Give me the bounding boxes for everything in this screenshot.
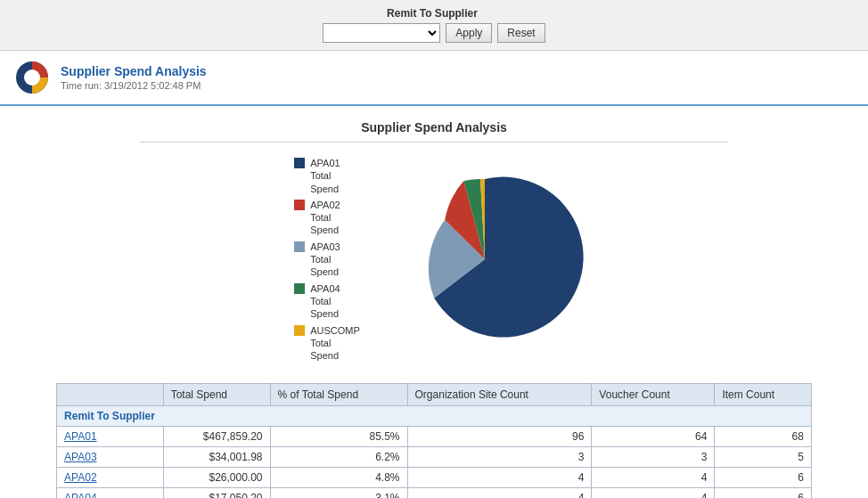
section-header-label: Remit To Supplier [57,406,812,427]
row-item-apa01: 68 [715,427,811,447]
col-header-item: Item Count [715,384,811,406]
table-header-row: Total Spend % of Total Spend Organizatio… [57,384,812,406]
row-spend-apa01: $467,859.20 [163,427,270,447]
legend-label-apa02: APA02TotalSpend [310,199,340,237]
chart-container: APA01TotalSpend APA02TotalSpend APA03Tot… [14,157,854,362]
legend-item-apa02: APA02TotalSpend [294,199,360,237]
legend-label-apa01: APA01TotalSpend [310,157,340,195]
legend-color-apa02 [294,200,305,210]
row-item-apa03: 5 [715,447,811,468]
legend-color-auscomp [294,325,305,336]
legend-color-apa03 [294,241,305,252]
report-title: Supplier Spend Analysis [61,64,207,78]
row-item-apa04: 6 [715,488,811,498]
row-org-apa01: 96 [407,427,592,447]
legend-item-auscomp: AUSCOMPTotalSpend [294,324,360,363]
row-spend-apa04: $17,050.20 [163,488,270,498]
chart-legend: APA01TotalSpend APA02TotalSpend APA03Tot… [294,157,360,362]
row-name-apa04[interactable]: APA04 [57,488,164,498]
row-org-apa04: 4 [407,488,592,498]
row-org-apa03: 3 [407,447,592,468]
table-section-header: Remit To Supplier [57,406,812,427]
data-table: Total Spend % of Total Spend Organizatio… [56,383,812,498]
reset-button[interactable]: Reset [497,23,545,43]
legend-item-apa04: APA04TotalSpend [294,282,360,321]
row-voucher-apa02: 4 [592,468,715,488]
table-row: APA04 $17,050.20 3.1% 4 4 6 [57,488,812,498]
row-pct-apa03: 6.2% [270,447,407,468]
chart-divider [140,142,727,143]
table-row: APA02 $26,000.00 4.8% 4 4 6 [57,468,812,488]
legend-label-auscomp: AUSCOMPTotalSpend [310,324,360,363]
col-header-name [57,384,164,406]
legend-label-apa04: APA04TotalSpend [310,282,340,321]
row-voucher-apa04: 4 [592,488,715,498]
col-header-org-site: Organization Site Count [407,384,592,406]
filter-label: Remit To Supplier [323,7,541,20]
legend-color-apa04 [294,283,305,294]
pie-chart [396,170,574,348]
row-pct-apa01: 85.5% [270,427,407,447]
data-table-wrap: Total Spend % of Total Spend Organizatio… [56,383,812,498]
filter-bar: Remit To Supplier Apply Reset [0,0,868,51]
legend-color-apa01 [294,158,305,168]
col-header-pct: % of Total Spend [270,384,407,406]
row-name-apa02[interactable]: APA02 [57,468,164,488]
main-content: Supplier Spend Analysis APA01TotalSpend … [0,106,868,498]
row-pct-apa02: 4.8% [270,468,407,488]
remit-supplier-select-wrap [323,23,440,43]
row-item-apa02: 6 [715,468,811,488]
report-subtitle: Time run: 3/19/2012 5:02:48 PM [61,80,207,91]
remit-supplier-select[interactable] [323,24,439,42]
row-voucher-apa03: 3 [592,447,715,468]
row-voucher-apa01: 64 [592,427,715,447]
col-header-total-spend: Total Spend [163,384,270,406]
legend-label-apa03: APA03TotalSpend [310,241,340,279]
chart-title: Supplier Spend Analysis [14,120,854,135]
row-spend-apa02: $26,000.00 [163,468,270,488]
legend-item-apa01: APA01TotalSpend [294,157,360,195]
report-header: Supplier Spend Analysis Time run: 3/19/2… [0,51,868,106]
table-row: APA03 $34,001.98 6.2% 3 3 5 [57,447,812,468]
apply-button[interactable]: Apply [446,23,492,43]
report-title-block: Supplier Spend Analysis Time run: 3/19/2… [61,64,207,91]
row-name-apa03[interactable]: APA03 [57,447,164,468]
row-org-apa02: 4 [407,468,592,488]
row-name-apa01[interactable]: APA01 [57,427,164,447]
row-spend-apa03: $34,001.98 [163,447,270,468]
legend-item-apa03: APA03TotalSpend [294,241,360,279]
chart-section: Supplier Spend Analysis APA01TotalSpend … [14,120,854,362]
table-row: APA01 $467,859.20 85.5% 96 64 68 [57,427,812,447]
col-header-voucher: Voucher Count [592,384,715,406]
row-pct-apa04: 3.1% [270,488,407,498]
svg-point-1 [24,69,40,86]
report-icon [14,60,50,95]
